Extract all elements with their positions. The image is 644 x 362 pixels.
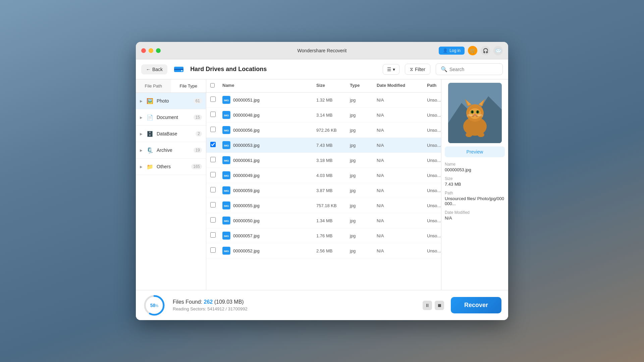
file-path: Unso...oto/jpg <box>427 173 441 178</box>
chevron-right-icon: ▶ <box>140 148 144 152</box>
file-type: jpg <box>350 128 377 133</box>
cat-preview-image <box>448 83 502 143</box>
archive-count: 19 <box>194 147 202 153</box>
sort-icon: ☰ <box>387 67 391 72</box>
preview-path-label: Path <box>445 191 505 195</box>
svg-rect-1 <box>174 69 183 70</box>
table-row[interactable]: IMG 00000048.jpg 3.14 MB jpg N/A Unso...… <box>206 108 441 123</box>
file-name: 00000051.jpg <box>233 98 260 103</box>
table-row[interactable]: IMG 00000056.jpg 972.26 KB jpg N/A Unso.… <box>206 123 441 138</box>
row-checkbox[interactable] <box>210 157 216 162</box>
preview-size-value: 7.43 MB <box>445 182 505 187</box>
sidebar-item-archive[interactable]: ▶ 🗜️ Archive 19 <box>136 142 206 159</box>
row-checkbox[interactable] <box>210 127 216 132</box>
sidebar-item-document[interactable]: ▶ 📄 Document 15 <box>136 109 206 126</box>
titlebar: Wondershare Recoverit 👤 Log in 🛒 🎧 ✉️ <box>136 42 508 59</box>
row-checkbox[interactable] <box>210 232 216 238</box>
preview-date-label: Date Modified <box>445 210 505 215</box>
svg-text:IMG: IMG <box>224 144 229 147</box>
row-checkbox[interactable] <box>210 97 216 102</box>
file-name: 00000059.jpg <box>233 188 260 193</box>
preview-name-row: Name 00000053.jpg <box>445 162 505 172</box>
file-name-cell: IMG 00000051.jpg <box>222 96 316 104</box>
bottom-bar: 58% Files Found: 262 (109.03 MB) Reading… <box>136 290 508 320</box>
recover-button[interactable]: Recover <box>451 297 501 313</box>
table-row[interactable]: IMG 00000050.jpg 1.34 MB jpg N/A Unso...… <box>206 213 441 228</box>
file-date: N/A <box>377 218 427 223</box>
sidebar-item-others[interactable]: ▶ 📁 Others 165 <box>136 159 206 175</box>
file-name: 00000048.jpg <box>233 113 260 118</box>
sidebar-item-photo[interactable]: ▶ 🖼️ Photo 61 <box>136 93 206 109</box>
close-button[interactable] <box>141 48 146 53</box>
table-row[interactable]: IMG 00000053.jpg 7.43 MB jpg N/A Unso...… <box>206 138 441 153</box>
file-name-cell: IMG 00000059.jpg <box>222 186 316 194</box>
row-checkbox[interactable] <box>210 142 216 147</box>
table-row[interactable]: IMG 00000049.jpg 4.03 MB jpg N/A Unso...… <box>206 168 441 183</box>
cart-icon[interactable]: 🛒 <box>468 46 477 55</box>
pause-button[interactable]: ⏸ <box>423 301 432 310</box>
row-checkbox[interactable] <box>210 172 216 177</box>
progress-ring: 58% <box>143 294 166 317</box>
table-row[interactable]: IMG 00000061.jpg 3.18 MB jpg N/A Unso...… <box>206 153 441 168</box>
minimize-button[interactable] <box>149 48 153 53</box>
row-checkbox[interactable] <box>210 112 216 117</box>
svg-point-2 <box>181 70 182 71</box>
table-row[interactable]: IMG 00000051.jpg 1.32 MB jpg N/A Unso...… <box>206 93 441 108</box>
tab-switcher: File Path File Type <box>136 79 206 93</box>
table-row[interactable]: IMG 00000055.jpg 757.18 KB jpg N/A Unso.… <box>206 198 441 213</box>
preview-size-label: Size <box>445 176 505 181</box>
tab-file-path[interactable]: File Path <box>136 79 171 93</box>
progress-percent: 58% <box>150 303 158 308</box>
headphone-icon[interactable]: 🎧 <box>481 46 490 55</box>
sidebar-item-database[interactable]: ▶ 🗄️ DataBase 2 <box>136 126 206 142</box>
file-path: Unso...oto/jpg <box>427 143 441 148</box>
chevron-right-icon: ▶ <box>140 165 144 169</box>
file-path: Unso...oto/jpg <box>427 233 441 238</box>
login-button[interactable]: 👤 Log in <box>439 47 465 55</box>
sidebar: File Path File Type ▶ 🖼️ Photo 61 ▶ 📄 Do… <box>136 79 206 290</box>
file-date: N/A <box>377 248 427 253</box>
row-checkbox[interactable] <box>210 217 216 223</box>
row-checkbox[interactable] <box>210 247 216 253</box>
sort-button[interactable]: ☰ ▾ <box>383 64 399 75</box>
search-input[interactable] <box>449 67 498 72</box>
sidebar-item-label: Document <box>157 115 194 120</box>
photo-count: 61 <box>194 98 202 104</box>
file-date: N/A <box>377 203 427 208</box>
svg-text:IMG: IMG <box>224 235 229 238</box>
back-button[interactable]: ← Back <box>141 64 167 74</box>
file-name: 00000049.jpg <box>233 173 260 178</box>
sidebar-list: ▶ 🖼️ Photo 61 ▶ 📄 Document 15 ▶ 🗄️ DataB… <box>136 93 206 290</box>
file-type-icon: IMG <box>222 171 230 179</box>
file-type-icon: IMG <box>222 111 230 119</box>
table-row[interactable]: IMG 00000057.jpg 1.76 MB jpg N/A Unso...… <box>206 228 441 243</box>
file-size: 1.76 MB <box>316 233 350 238</box>
select-all-checkbox[interactable] <box>210 83 215 87</box>
col-type: Type <box>350 83 377 89</box>
table-row[interactable]: IMG 00000059.jpg 3.87 MB jpg N/A Unso...… <box>206 183 441 198</box>
svg-point-37 <box>477 111 478 113</box>
file-name: 00000052.jpg <box>233 248 260 253</box>
sidebar-item-label: Photo <box>157 98 194 104</box>
file-type-icon: IMG <box>222 217 230 225</box>
file-name: 00000050.jpg <box>233 218 260 223</box>
mail-icon[interactable]: ✉️ <box>493 46 503 55</box>
user-icon: 👤 <box>443 48 448 53</box>
preview-name-value: 00000053.jpg <box>445 167 505 172</box>
row-checkbox[interactable] <box>210 187 216 192</box>
table-row[interactable]: IMG 00000052.jpg 2.56 MB jpg N/A Unso...… <box>206 243 441 258</box>
stop-button[interactable]: ⏹ <box>435 301 444 310</box>
file-size: 972.26 KB <box>316 128 350 133</box>
tab-file-type[interactable]: File Type <box>171 79 206 93</box>
file-path: Unso...oto/jpg <box>427 98 441 103</box>
filter-button[interactable]: ⧖ Filter <box>405 64 430 75</box>
filter-icon: ⧖ <box>410 66 413 72</box>
file-size: 1.34 MB <box>316 218 350 223</box>
maximize-button[interactable] <box>156 48 161 53</box>
main-content: File Path File Type ▶ 🖼️ Photo 61 ▶ 📄 Do… <box>136 79 508 290</box>
row-checkbox[interactable] <box>210 202 216 207</box>
preview-date-row: Date Modified N/A <box>445 210 505 221</box>
sidebar-item-label: Others <box>157 164 191 169</box>
preview-button[interactable]: Preview <box>445 146 505 157</box>
file-path: Unso...oto/jpg <box>427 188 441 193</box>
